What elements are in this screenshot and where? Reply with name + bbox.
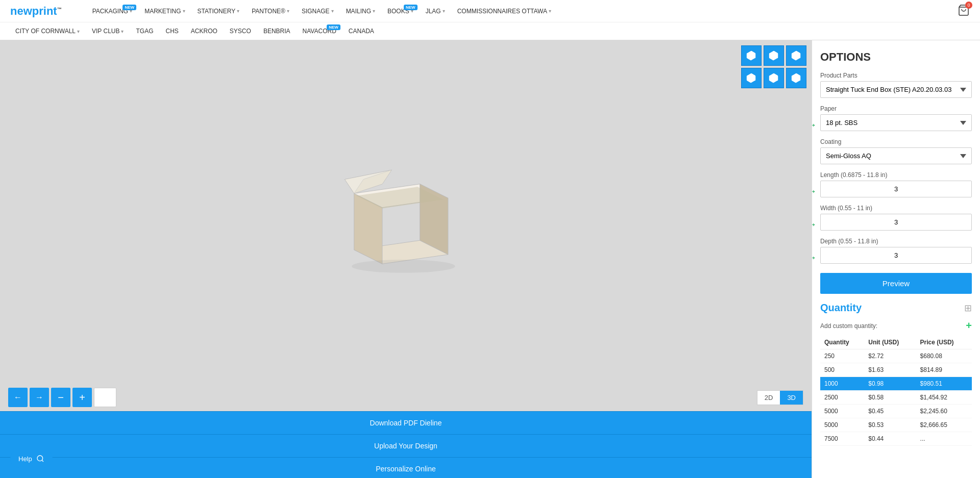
qty-cell: 1000 <box>820 377 864 391</box>
header-top: newprint™ NEW PACKAGING ▾ MARKETING ▾ ST… <box>0 0 980 22</box>
price-cell: $2,666.65 <box>916 418 972 432</box>
nav-tgag[interactable]: TGAG <box>131 24 158 38</box>
logo-print: print <box>32 5 57 17</box>
logo[interactable]: newprint™ <box>10 5 62 18</box>
nav-pantone[interactable]: PANTONE® ▾ <box>247 5 295 18</box>
length-group: → Length (0.6875 - 11.8 in) <box>820 171 972 197</box>
cart-icon[interactable]: 0 <box>958 4 970 18</box>
length-input[interactable] <box>820 181 972 197</box>
nav-packaging[interactable]: NEW PACKAGING ▾ <box>87 5 137 18</box>
chevron-down-icon: ▾ <box>77 29 80 34</box>
nav-marketing[interactable]: MARKETING ▾ <box>139 5 190 18</box>
quantity-title: Quantity <box>820 302 862 314</box>
quantity-table-row[interactable]: 1000 $0.98 $980.51 <box>820 377 972 391</box>
qty-cell: 7500 <box>820 432 864 446</box>
quantity-table-row[interactable]: 5000 $0.45 $2,245.60 <box>820 405 972 418</box>
qty-cell: 5000 <box>820 405 864 418</box>
viewer-panel: ← → − + 2D 3D Download PDF Dieline Uploa… <box>0 40 812 478</box>
add-custom-label: Add custom quantity: <box>820 322 877 330</box>
price-cell: ... <box>916 432 972 446</box>
nav-mailing[interactable]: MAILING ▾ <box>341 5 380 18</box>
view-thumb-6[interactable] <box>786 68 806 88</box>
width-group: → Width (0.55 - 11 in) <box>820 205 972 231</box>
price-col-header: Price (USD) <box>916 336 972 349</box>
options-title: OPTIONS <box>820 51 972 64</box>
depth-input[interactable] <box>820 247 972 264</box>
width-input[interactable] <box>820 214 972 231</box>
chevron-down-icon: ▾ <box>331 8 334 14</box>
unit-cell: $0.53 <box>864 418 916 432</box>
back-button[interactable]: ← <box>8 388 28 407</box>
forward-button[interactable]: → <box>30 388 49 407</box>
coating-select[interactable]: Semi-Gloss AQ <box>820 147 972 164</box>
view-thumb-3[interactable] <box>786 45 806 66</box>
nav-books[interactable]: NEW BOOKS ▾ <box>382 5 419 18</box>
chevron-down-icon: ▾ <box>287 8 289 14</box>
preview-button[interactable]: Preview <box>820 273 972 294</box>
qty-col-header: Quantity <box>820 336 864 349</box>
chevron-down-icon: ▾ <box>183 8 185 14</box>
nav-canada[interactable]: CANADA <box>344 24 379 38</box>
personalize-online-button[interactable]: Personalize Online <box>0 457 812 478</box>
view-thumb-1[interactable] <box>741 45 762 66</box>
add-quantity-button[interactable]: + <box>966 320 972 332</box>
product-parts-label: Product Parts <box>820 72 972 79</box>
nav-sysco[interactable]: SYSCO <box>225 24 256 38</box>
price-cell: $1,454.92 <box>916 391 972 405</box>
help-button[interactable]: Help <box>10 449 53 468</box>
svg-line-10 <box>42 460 43 462</box>
zoom-in-button[interactable]: + <box>72 388 92 407</box>
reset-button[interactable] <box>94 388 116 407</box>
depth-arrow: → <box>812 251 817 264</box>
quantity-table-row[interactable]: 500 $1.63 $814.89 <box>820 363 972 377</box>
nav-navacord-badge: NEW <box>327 24 340 30</box>
download-dieline-button[interactable]: Download PDF Dieline <box>0 411 812 434</box>
svg-point-8 <box>352 260 455 273</box>
depth-label: Depth (0.55 - 11.8 in) <box>820 238 972 245</box>
grid-icon[interactable]: ⊞ <box>964 303 972 314</box>
product-parts-select[interactable]: Straight Tuck End Box (STE) A20.20.03.03 <box>820 81 972 98</box>
view-thumb-4[interactable] <box>741 68 762 88</box>
upload-design-button[interactable]: Upload Your Design <box>0 434 812 457</box>
view-toggle: 2D 3D <box>757 390 803 405</box>
chevron-down-icon: ▾ <box>121 29 124 34</box>
nav-navacord[interactable]: NEW NAVACORD <box>298 24 341 38</box>
quantity-table-row[interactable]: 5000 $0.53 $2,666.65 <box>820 418 972 432</box>
nav-commissionnaires[interactable]: COMMISSIONNAIRES OTTAWA ▾ <box>452 5 556 18</box>
cart-badge: 0 <box>965 2 972 9</box>
view-3d-button[interactable]: 3D <box>780 391 803 405</box>
paper-select[interactable]: 18 pt. SBS <box>820 114 972 131</box>
paper-label: Paper <box>820 105 972 112</box>
length-label: Length (0.6875 - 11.8 in) <box>820 171 972 179</box>
logo-trademark: ™ <box>57 6 62 11</box>
nav-cornwall[interactable]: CITY OF CORNWALL ▾ <box>10 24 85 38</box>
depth-group: → Depth (0.55 - 11.8 in) <box>820 238 972 264</box>
nav-ackroo[interactable]: ACKROO <box>186 24 223 38</box>
unit-cell: $2.72 <box>864 349 916 363</box>
navigation-controls: ← → − + <box>8 388 116 407</box>
coating-label: Coating <box>820 138 972 145</box>
view-2d-button[interactable]: 2D <box>757 391 780 405</box>
nav-jlag[interactable]: JLAG ▾ <box>421 5 450 18</box>
nav-chs[interactable]: CHS <box>161 24 184 38</box>
zoom-out-button[interactable]: − <box>51 388 70 407</box>
action-buttons: Download PDF Dieline Upload Your Design … <box>0 411 812 478</box>
quantity-table-row[interactable]: 7500 $0.44 ... <box>820 432 972 446</box>
nav-vipclub[interactable]: VIP CLUB ▾ <box>87 24 129 38</box>
price-cell: $980.51 <box>916 377 972 391</box>
nav-benbria[interactable]: BENBRIA <box>258 24 296 38</box>
header: newprint™ NEW PACKAGING ▾ MARKETING ▾ ST… <box>0 0 980 40</box>
quantity-table-row[interactable]: 250 $2.72 $680.08 <box>820 349 972 363</box>
quantity-table-row[interactable]: 2500 $0.58 $1,454.92 <box>820 391 972 405</box>
paper-group: → Paper 18 pt. SBS <box>820 105 972 131</box>
view-thumb-2[interactable] <box>764 45 784 66</box>
view-thumb-5[interactable] <box>764 68 784 88</box>
options-panel: OPTIONS Product Parts Straight Tuck End … <box>812 40 980 478</box>
view-thumbnails <box>741 45 806 88</box>
unit-cell: $0.45 <box>864 405 916 418</box>
nav-signage[interactable]: SIGNAGE ▾ <box>297 5 339 18</box>
price-cell: $680.08 <box>916 349 972 363</box>
price-cell: $814.89 <box>916 363 972 377</box>
nav-stationery[interactable]: STATIONERY ▾ <box>192 5 245 18</box>
add-custom-quantity: Add custom quantity: + <box>820 320 972 332</box>
